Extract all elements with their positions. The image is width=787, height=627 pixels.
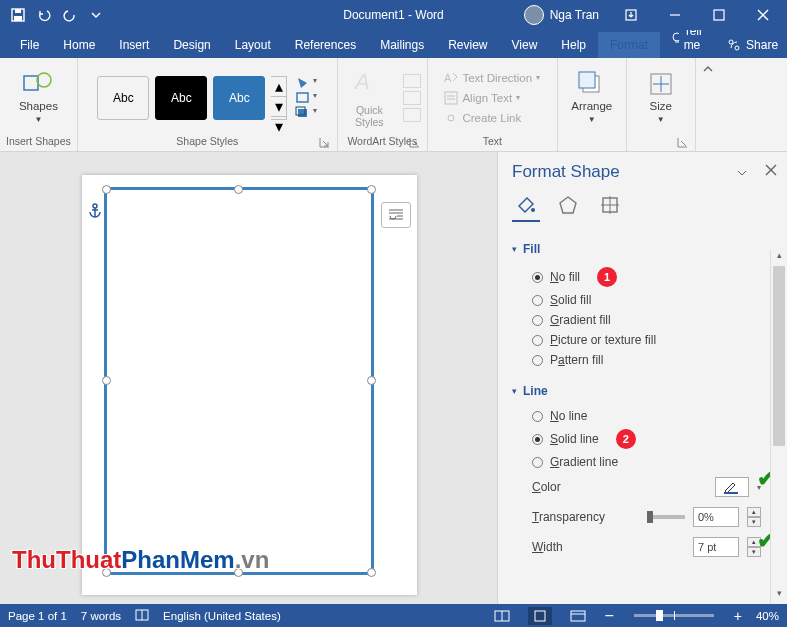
line-option-no-line[interactable]: No line [512,406,761,426]
redo-button[interactable] [58,3,82,27]
shapes-button[interactable]: Shapes▼ [11,70,66,125]
fill-section-header[interactable]: ▾Fill [512,242,761,256]
pane-options-button[interactable] [737,164,747,182]
fill-option-picture-texture[interactable]: Picture or texture fill [512,330,761,350]
view-read-mode[interactable] [490,607,514,625]
svg-text:A: A [444,72,452,84]
resize-handle[interactable] [367,376,376,385]
shape-style-3[interactable]: Abc [213,76,265,120]
line-option-gradient-line[interactable]: Gradient line [512,452,761,472]
tab-references[interactable]: References [283,32,368,58]
scroll-down-button[interactable]: ▾ [771,588,787,604]
ribbon-display-options-button[interactable] [611,1,651,29]
size-button[interactable]: Size▼ [633,70,689,125]
document-area[interactable]: ThuThuatPhanMem.vn [0,152,497,604]
selected-shape-rectangle[interactable] [104,187,374,575]
share-button[interactable]: Share [717,32,787,58]
zoom-in-button[interactable]: + [734,608,742,624]
spin-down[interactable]: ▾ [747,517,761,527]
arrange-icon [577,70,607,98]
zoom-slider[interactable] [634,614,714,617]
scroll-thumb[interactable] [773,266,785,446]
shape-style-2[interactable]: Abc [155,76,207,120]
zoom-out-button[interactable]: − [604,607,613,625]
transparency-slider[interactable] [647,515,685,519]
tab-help[interactable]: Help [549,32,598,58]
transparency-input[interactable]: 0% [693,507,739,527]
pane-title: Format Shape [512,162,773,182]
dialog-launcher-icon[interactable] [409,137,421,149]
line-option-solid-line[interactable]: Solid line2 [512,426,761,452]
resize-handle[interactable] [367,185,376,194]
fill-option-no-fill[interactable]: No fill1 [512,264,761,290]
qat-customize-button[interactable] [84,3,108,27]
pane-close-button[interactable] [765,162,777,180]
line-color-picker[interactable] [715,477,749,497]
shape-fill-button[interactable]: ▾ [295,76,317,89]
svg-text:A: A [353,69,370,94]
text-outline-button[interactable] [403,91,421,105]
resize-handle[interactable] [234,185,243,194]
page[interactable] [82,175,417,595]
tab-layout-properties[interactable] [596,194,624,222]
collapse-ribbon-button[interactable] [696,58,720,151]
group-size: Size▼ [627,58,696,151]
line-section-header[interactable]: ▾Line [512,384,761,398]
tab-insert[interactable]: Insert [107,32,161,58]
shape-fill-outline-effects: ▾ ▾ ▾ [295,76,317,119]
zoom-level[interactable]: 40% [756,610,779,622]
close-button[interactable] [743,1,783,29]
maximize-button[interactable] [699,1,739,29]
status-page[interactable]: Page 1 of 1 [8,610,67,622]
arrange-button[interactable]: Arrange▼ [564,70,620,125]
layout-options-button[interactable] [381,202,411,228]
shape-effects-button[interactable]: ▾ [295,106,317,119]
group-insert-shapes: Shapes▼ Insert Shapes [0,58,78,151]
fill-option-solid-fill[interactable]: Solid fill [512,290,761,310]
text-fill-button[interactable] [403,74,421,88]
tab-review[interactable]: Review [436,32,499,58]
scroll-up-button[interactable]: ▴ [771,250,787,266]
spin-up[interactable]: ▴ [747,507,761,517]
minimize-button[interactable] [655,1,695,29]
dialog-launcher-icon[interactable] [677,137,689,149]
resize-handle[interactable] [102,376,111,385]
shape-outline-button[interactable]: ▾ [295,91,317,104]
tab-layout[interactable]: Layout [223,32,283,58]
tab-view[interactable]: View [500,32,550,58]
user-account[interactable]: Nga Tran [516,5,607,25]
gallery-row-up[interactable]: ▴ [271,77,286,97]
align-text-button[interactable]: Align Text▾ [444,90,520,106]
fill-option-gradient-fill[interactable]: Gradient fill [512,310,761,330]
tab-mailings[interactable]: Mailings [368,32,436,58]
save-button[interactable] [6,3,30,27]
paint-bucket-icon [515,194,537,216]
ribbon-tabs: File Home Insert Design Layout Reference… [0,30,787,58]
window-title: Document1 - Word [343,8,443,22]
shape-style-1[interactable]: Abc [97,76,149,120]
status-words[interactable]: 7 words [81,610,121,622]
pane-scrollbar[interactable]: ▴ ▾ [770,250,787,604]
text-direction-button[interactable]: AText Direction▾ [444,70,540,86]
tab-file[interactable]: File [8,32,51,58]
width-input[interactable]: 7 pt [693,537,739,557]
tab-home[interactable]: Home [51,32,107,58]
view-web-layout[interactable] [566,607,590,625]
tab-effects[interactable] [554,194,582,222]
status-language[interactable]: English (United States) [163,610,281,622]
resize-handle[interactable] [102,185,111,194]
create-link-button[interactable]: Create Link [444,110,521,126]
svg-rect-23 [579,72,595,88]
tab-design[interactable]: Design [161,32,222,58]
text-effects-button[interactable] [403,108,421,122]
status-proofing[interactable] [135,608,149,624]
quick-styles-button[interactable]: A Quick Styles [344,67,395,128]
tab-fill-line[interactable] [512,194,540,222]
fill-option-pattern-fill[interactable]: Pattern fill [512,350,761,370]
view-print-layout[interactable] [528,607,552,625]
undo-button[interactable] [32,3,56,27]
gallery-row-down[interactable]: ▾ [271,97,286,117]
resize-handle[interactable] [367,568,376,577]
tab-format[interactable]: Format [598,32,660,58]
dialog-launcher-icon[interactable] [319,137,331,149]
